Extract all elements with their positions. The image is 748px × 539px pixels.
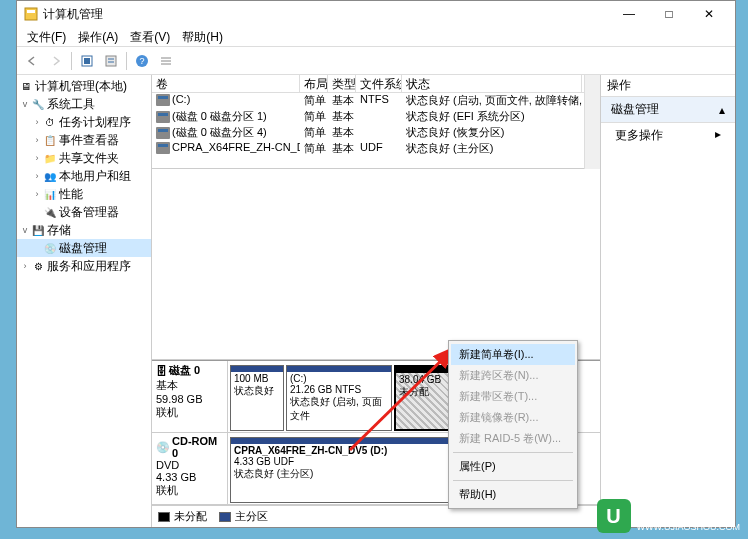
menu-help[interactable]: 帮助(H) [451, 484, 575, 505]
volume-row[interactable]: (C:)简单基本NTFS状态良好 (启动, 页面文件, 故障转储, 基本数据分 [152, 93, 584, 109]
tree-shared-folders[interactable]: ›📁共享文件夹 [17, 149, 151, 167]
menu-properties[interactable]: 属性(P) [451, 456, 575, 477]
menu-separator [453, 480, 573, 481]
volume-list[interactable]: (C:)简单基本NTFS状态良好 (启动, 页面文件, 故障转储, 基本数据分 … [152, 93, 584, 169]
volume-icon [156, 111, 170, 123]
properties-icon[interactable] [100, 50, 122, 72]
refresh-icon[interactable] [76, 50, 98, 72]
volume-row[interactable]: CPRA_X64FRE_ZH-CN_DV5 (D:)简单基本UDF状态良好 (主… [152, 141, 584, 157]
cdrom-icon: 💿 [156, 441, 170, 454]
volume-row[interactable]: (磁盘 0 磁盘分区 1)简单基本状态良好 (EFI 系统分区) [152, 109, 584, 125]
window-controls: — □ ✕ [609, 2, 729, 26]
chevron-right-icon: ▸ [715, 127, 721, 144]
legend-unallocated-swatch [158, 512, 170, 522]
window-title: 计算机管理 [43, 6, 609, 23]
actions-section[interactable]: 磁盘管理▴ [601, 97, 735, 123]
expander-icon[interactable]: › [31, 189, 43, 199]
col-volume[interactable]: 卷 [152, 75, 300, 92]
svg-rect-1 [27, 10, 35, 13]
chevron-up-icon: ▴ [719, 103, 725, 117]
menu-new-simple-volume[interactable]: 新建简单卷(I)... [451, 344, 575, 365]
tree-services[interactable]: ›⚙服务和应用程序 [17, 257, 151, 275]
volume-icon [156, 142, 170, 154]
volume-icon [156, 127, 170, 139]
help-icon[interactable]: ? [131, 50, 153, 72]
tree-system-tools[interactable]: v🔧系统工具 [17, 95, 151, 113]
computer-management-window: 计算机管理 — □ ✕ 文件(F) 操作(A) 查看(V) 帮助(H) ? 🖥计… [16, 0, 736, 528]
tree-event-viewer[interactable]: ›📋事件查看器 [17, 131, 151, 149]
partition-efi[interactable]: 100 MB状态良好 [230, 365, 284, 431]
expander-icon[interactable]: › [31, 117, 43, 127]
tree-pane[interactable]: 🖥计算机管理(本地) v🔧系统工具 ›⏱任务计划程序 ›📋事件查看器 ›📁共享文… [17, 75, 152, 527]
menu-view[interactable]: 查看(V) [124, 27, 176, 46]
forward-button[interactable] [45, 50, 67, 72]
menubar: 文件(F) 操作(A) 查看(V) 帮助(H) [17, 27, 735, 47]
expander-icon[interactable]: › [19, 261, 31, 271]
expander-icon[interactable]: v [19, 225, 31, 235]
watermark-url: WWW.UJIAOSHOU.COM [637, 522, 741, 532]
menu-new-spanned-volume: 新建跨区卷(N)... [451, 365, 575, 386]
watermark-brand: U教授 [637, 501, 741, 522]
context-menu: 新建简单卷(I)... 新建跨区卷(N)... 新建带区卷(T)... 新建镜像… [448, 340, 578, 509]
app-icon [23, 6, 39, 22]
expander-icon[interactable]: › [31, 153, 43, 163]
col-layout[interactable]: 布局 [300, 75, 328, 92]
menu-help[interactable]: 帮助(H) [176, 27, 229, 46]
col-fs[interactable]: 文件系统 [356, 75, 402, 92]
vertical-scrollbar[interactable] [584, 75, 600, 169]
menu-new-mirror-volume: 新建镜像卷(R)... [451, 407, 575, 428]
toolbar: ? [17, 47, 735, 75]
svg-rect-3 [84, 58, 90, 64]
menu-new-striped-volume: 新建带区卷(T)... [451, 386, 575, 407]
expander-icon[interactable]: › [31, 135, 43, 145]
close-button[interactable]: ✕ [689, 2, 729, 26]
tree-storage[interactable]: v💾存储 [17, 221, 151, 239]
watermark: U U教授 WWW.UJIAOSHOU.COM [597, 499, 741, 533]
titlebar: 计算机管理 — □ ✕ [17, 1, 735, 27]
menu-action[interactable]: 操作(A) [72, 27, 124, 46]
col-type[interactable]: 类型 [328, 75, 356, 92]
partition-c[interactable]: (C:)21.26 GB NTFS状态良好 (启动, 页面文件 [286, 365, 392, 431]
tree-local-users[interactable]: ›👥本地用户和组 [17, 167, 151, 185]
volume-icon [156, 94, 170, 106]
tree-root[interactable]: 🖥计算机管理(本地) [17, 77, 151, 95]
tree-task-scheduler[interactable]: ›⏱任务计划程序 [17, 113, 151, 131]
cdrom-header[interactable]: 💿CD-ROM 0 DVD 4.33 GB 联机 [152, 433, 228, 504]
menu-file[interactable]: 文件(F) [21, 27, 72, 46]
tree-device-manager[interactable]: 🔌设备管理器 [17, 203, 151, 221]
maximize-button[interactable]: □ [649, 2, 689, 26]
list-icon[interactable] [155, 50, 177, 72]
minimize-button[interactable]: — [609, 2, 649, 26]
disk-0-header[interactable]: 🗄磁盘 0 基本 59.98 GB 联机 [152, 361, 228, 432]
actions-pane: 操作 磁盘管理▴ 更多操作▸ [601, 75, 735, 527]
legend-primary-swatch [219, 512, 231, 522]
actions-header: 操作 [601, 75, 735, 97]
menu-new-raid5-volume: 新建 RAID-5 卷(W)... [451, 428, 575, 449]
volume-row[interactable]: (磁盘 0 磁盘分区 4)简单基本状态良好 (恢复分区) [152, 125, 584, 141]
svg-rect-0 [25, 8, 37, 20]
expander-icon[interactable]: › [31, 171, 43, 181]
spacer [152, 169, 600, 360]
back-button[interactable] [21, 50, 43, 72]
disk-icon: 🗄 [156, 365, 167, 377]
menu-separator [453, 452, 573, 453]
expander-icon[interactable]: v [19, 99, 31, 109]
tree-performance[interactable]: ›📊性能 [17, 185, 151, 203]
actions-more[interactable]: 更多操作▸ [601, 123, 735, 148]
body: 🖥计算机管理(本地) v🔧系统工具 ›⏱任务计划程序 ›📋事件查看器 ›📁共享文… [17, 75, 735, 527]
svg-text:?: ? [139, 56, 144, 66]
watermark-icon: U [597, 499, 631, 533]
svg-rect-4 [106, 56, 116, 66]
tree-disk-management[interactable]: 💿磁盘管理 [17, 239, 151, 257]
col-status[interactable]: 状态 [402, 75, 582, 92]
volume-list-header: 卷 布局 类型 文件系统 状态 [152, 75, 584, 93]
